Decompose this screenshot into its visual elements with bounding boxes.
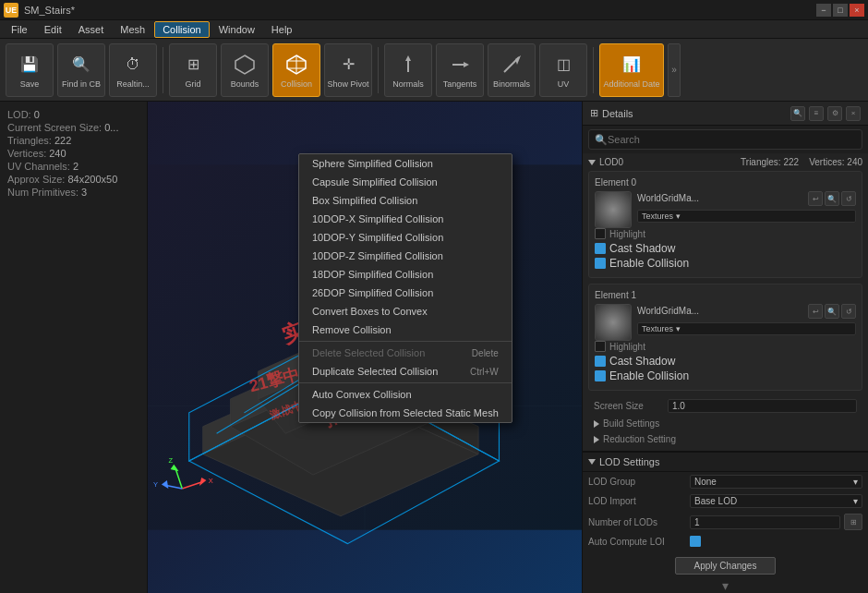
lod-group-chevron: ▾ [853,477,858,487]
lod-import-value: Base LOD [694,496,737,506]
element-0-find-button[interactable]: 🔍 [825,191,839,206]
convert-boxes-to-convex[interactable]: Convert Boxes to Convex [299,302,512,321]
find-in-cb-button[interactable]: 🔍 Find in CB [57,43,105,97]
realtime-icon: ⏱ [120,52,146,78]
menu-collision[interactable]: Collision [154,21,210,38]
show-pivot-button[interactable]: ✛ Show Pivot [324,43,372,97]
num-lods-input[interactable] [690,515,840,529]
element-1-mat-name: WorldGridMa... [637,306,699,316]
element-1-highlight-label: Highlight [609,342,645,352]
menu-asset[interactable]: Asset [71,22,112,37]
element-1-back-button[interactable]: ↩ [808,304,823,319]
reduction-setting-label: Reduction Setting [603,434,676,444]
reduction-setting-row[interactable]: Reduction Setting [588,431,862,447]
remove-collision[interactable]: Remove Collision [299,321,512,339]
stat-triangles: Triangles: 222 [7,135,139,146]
menu-file[interactable]: File [4,22,35,37]
details-settings-button[interactable]: ⚙ [827,106,842,121]
element-1-header: Element 1 [595,290,856,300]
realtime-button[interactable]: ⏱ Realtin... [109,43,157,97]
tangents-button[interactable]: Tangents [436,43,484,97]
10dop-y-simplified-collision[interactable]: 10DOP-Y Simplified Collision [299,228,512,247]
apply-changes-button[interactable]: Apply Changes [675,557,777,575]
details-close-button[interactable]: × [846,106,861,121]
normals-button[interactable]: Normals [384,43,432,97]
menu-window[interactable]: Window [211,22,262,37]
grid-button[interactable]: ⊞ Grid [169,43,217,97]
lod-group-row: LOD Group None ▾ [583,472,868,491]
details-search-button[interactable]: 🔍 [790,106,805,121]
26dop-simplified-collision[interactable]: 26DOP Simplified Collision [299,284,512,302]
18dop-simplified-collision[interactable]: 18DOP Simplified Collision [299,265,512,284]
capsule-simplified-collision[interactable]: Capsule Simplified Collision [299,173,512,191]
lod-header-left[interactable]: LOD0 [588,157,623,167]
10dop-x-simplified-collision[interactable]: 10DOP-X Simplified Collision [299,210,512,228]
lod-group-dropdown[interactable]: None ▾ [690,475,862,489]
element-1-reset-button[interactable]: ↺ [841,304,856,319]
screen-size-input[interactable] [668,399,857,413]
binormals-button[interactable]: Binormals [488,43,536,97]
element-1-textures-dropdown[interactable]: Textures ▾ [637,322,856,335]
search-bar[interactable]: 🔍 [588,129,862,150]
lod-header: LOD0 Triangles: 222 Vertices: 240 [588,157,862,167]
save-button[interactable]: 💾 Save [6,43,54,97]
element-1-highlight-checkbox[interactable] [595,341,606,352]
10dop-z-simplified-collision[interactable]: 10DOP-Z Simplified Collision [299,247,512,265]
element-1-find-button[interactable]: 🔍 [825,304,839,319]
details-controls: 🔍 ≡ ⚙ × [790,106,861,121]
maximize-button[interactable]: □ [833,4,848,17]
element-0-back-button[interactable]: ↩ [808,191,823,206]
auto-compute-checkbox[interactable] [690,536,701,547]
element-1-enable-collision-checkbox[interactable] [595,370,606,381]
copy-collision-from-selected[interactable]: Copy Collision from Selected Static Mesh [299,404,512,422]
details-title: ⊞ Details [590,107,633,119]
lod-settings-header[interactable]: LOD Settings [583,452,868,472]
details-header: ⊞ Details 🔍 ≡ ⚙ × [583,102,868,126]
build-settings-row[interactable]: Build Settings [588,416,862,431]
num-lods-row: Number of LODs ⊞ [583,511,868,533]
collision-button[interactable]: Collision [272,43,320,97]
app-icon: UE [4,3,18,18]
search-icon: 🔍 [595,134,608,146]
delete-selected-collision[interactable]: Delete Selected Collision Delete [299,344,512,362]
binormals-label: Binormals [493,79,530,89]
title-bar: UE SM_Stairs* − □ × [0,0,868,20]
grid-label: Grid [185,79,200,89]
menu-help[interactable]: Help [264,22,300,37]
element-0-enable-collision-checkbox[interactable] [595,258,606,269]
lod-import-chevron: ▾ [853,496,858,506]
details-list-button[interactable]: ≡ [809,106,824,121]
element-0-textures-dropdown[interactable]: Textures ▾ [637,210,856,223]
grid-icon: ⊞ [180,52,206,78]
element-1-cast-shadow-checkbox[interactable] [595,356,606,367]
duplicate-selected-collision[interactable]: Duplicate Selected Collision Ctrl+W [299,362,512,381]
lod-triangles: Triangles: 222 [741,157,799,167]
element-0-highlight-checkbox[interactable] [595,228,606,239]
toolbar-separator-3 [593,47,594,93]
realtime-label: Realtin... [116,79,150,89]
material-element-0: Element 0 WorldGridMa... ↩ 🔍 ↺ [588,171,862,278]
details-grid-icon: ⊞ [590,107,598,119]
close-button[interactable]: × [850,4,864,17]
menu-edit[interactable]: Edit [37,22,69,37]
build-settings-label: Build Settings [603,418,659,429]
additional-data-button[interactable]: 📊 Additional Date [599,43,664,97]
sphere-simplified-collision[interactable]: Sphere Simplified Collision [299,154,512,173]
uv-button[interactable]: ◫ UV [539,43,587,97]
element-0-reset-button[interactable]: ↺ [841,191,856,206]
search-input[interactable] [608,134,856,145]
box-simplified-collision[interactable]: Box Simplified Collision [299,191,512,210]
auto-convex-collision[interactable]: Auto Convex Collision [299,385,512,404]
menu-mesh[interactable]: Mesh [113,22,152,37]
uv-icon: ◫ [550,52,576,78]
element-0-cast-shadow-checkbox[interactable] [595,243,606,254]
screen-size-label: Screen Size [594,401,668,411]
minimize-button[interactable]: − [816,4,831,17]
toolbar-expand[interactable]: » [668,43,681,97]
lod-import-dropdown[interactable]: Base LOD ▾ [690,494,862,508]
bounds-button[interactable]: Bounds [221,43,269,97]
stat-uv: UV Channels: 2 [7,161,139,172]
num-lods-button[interactable]: ⊞ [844,514,862,530]
menu-bar: File Edit Asset Mesh Collision Window He… [0,20,868,39]
viewport[interactable]: X Z Y 实拍物 21撃中国 www.21jc.com 激战中究 拍摄 [148,102,582,593]
